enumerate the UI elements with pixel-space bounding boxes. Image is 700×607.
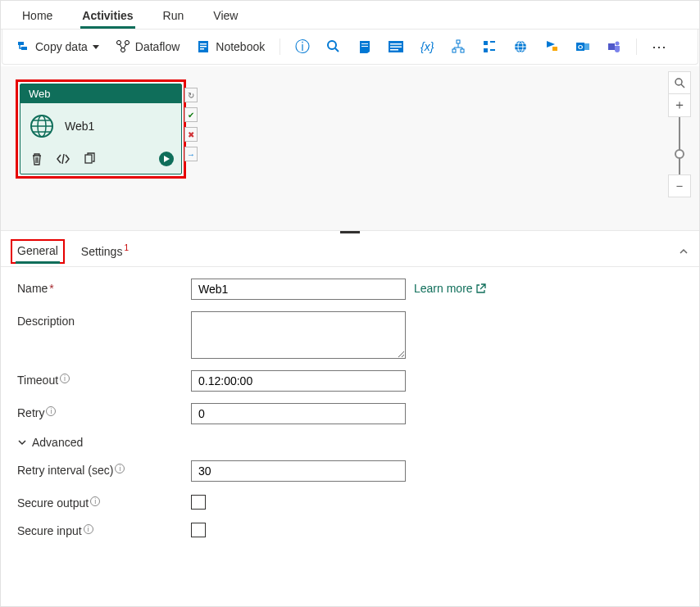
variable-icon-button[interactable]: {x} xyxy=(415,36,439,57)
svg-rect-26 xyxy=(584,43,589,50)
activity-output-handles: ↻ ✔ ✖ → xyxy=(184,88,198,161)
zoom-out-button[interactable]: － xyxy=(668,174,691,197)
info-icon-button[interactable]: ⓘ xyxy=(290,36,315,57)
handle-skip-icon[interactable]: → xyxy=(184,147,198,161)
tree-icon-button[interactable] xyxy=(446,36,470,57)
outlook-icon: O xyxy=(575,39,590,54)
info-icon[interactable]: i xyxy=(46,406,56,416)
svg-rect-9 xyxy=(361,46,368,47)
toolbar-separator xyxy=(636,39,637,55)
notebook-label: Notebook xyxy=(216,40,265,53)
panel-tab-general[interactable]: General xyxy=(11,239,65,264)
svg-rect-18 xyxy=(484,48,488,52)
activity-name-label: Web1 xyxy=(65,120,94,133)
teams-icon-button[interactable] xyxy=(602,36,626,57)
properties-panel-tabs: General Settings1 xyxy=(1,233,699,267)
panel-tab-settings[interactable]: Settings1 xyxy=(76,238,134,265)
toolbar: Copy data Dataflow Notebook ⓘ {x} O ⋯ xyxy=(2,29,698,65)
chevron-down-icon xyxy=(17,437,27,447)
tab-activities[interactable]: Activities xyxy=(67,1,148,29)
info-icon[interactable]: i xyxy=(84,524,93,534)
search-icon-button[interactable] xyxy=(321,36,346,57)
highlight-box: Web Web1 xyxy=(16,79,186,179)
secure-output-label: Secure outputi xyxy=(17,493,191,510)
variable-icon: {x} xyxy=(420,39,434,54)
handle-fail-icon[interactable]: ✖ xyxy=(184,127,198,142)
code-icon[interactable] xyxy=(55,151,71,167)
timeout-input[interactable] xyxy=(191,370,406,392)
top-tab-bar: Home Activities Run View xyxy=(1,1,699,29)
settings-tab-label: Settings xyxy=(81,245,123,258)
pipeline-canvas[interactable]: Web Web1 xyxy=(1,66,699,230)
run-arrow-icon[interactable] xyxy=(158,151,175,167)
handle-success-icon[interactable]: ✔ xyxy=(184,107,198,122)
zoom-slider[interactable] xyxy=(679,117,680,174)
svg-rect-14 xyxy=(457,40,460,43)
name-label: Name* xyxy=(17,279,191,295)
globe-icon-button[interactable] xyxy=(508,36,533,57)
toolbar-separator xyxy=(280,39,280,55)
script-icon xyxy=(357,39,372,54)
external-link-icon xyxy=(476,283,486,293)
zoom-thumb[interactable] xyxy=(675,149,684,159)
svg-point-1 xyxy=(125,41,129,45)
more-button[interactable]: ⋯ xyxy=(647,34,673,59)
dataflow-label: Dataflow xyxy=(135,40,180,53)
task-icon-button[interactable] xyxy=(477,36,502,57)
svg-point-33 xyxy=(675,79,682,85)
info-icon: ⓘ xyxy=(295,39,310,54)
info-icon[interactable]: i xyxy=(60,374,70,383)
flag-icon xyxy=(544,39,559,54)
info-icon[interactable]: i xyxy=(115,464,125,473)
tab-view[interactable]: View xyxy=(198,1,252,29)
secure-input-label: Secure inputi xyxy=(17,521,191,537)
delete-icon[interactable] xyxy=(29,151,45,167)
copy-icon[interactable] xyxy=(81,151,98,167)
settings-badge: 1 xyxy=(124,243,129,252)
zoom-controls: ＋ － xyxy=(668,71,691,197)
copy-data-button[interactable]: Copy data xyxy=(11,36,104,57)
list-icon-button[interactable] xyxy=(384,36,408,57)
notebook-button[interactable]: Notebook xyxy=(191,36,270,57)
zoom-fit-button[interactable] xyxy=(668,71,691,94)
handle-loop-icon[interactable]: ↻ xyxy=(184,88,198,102)
svg-text:O: O xyxy=(578,43,583,51)
panel-collapse-button[interactable] xyxy=(678,246,689,257)
learn-more-link[interactable]: Learn more xyxy=(414,279,486,295)
svg-rect-6 xyxy=(200,48,204,50)
svg-rect-13 xyxy=(390,49,398,51)
task-icon xyxy=(482,39,497,54)
outlook-icon-button[interactable]: O xyxy=(570,36,595,57)
description-input[interactable] xyxy=(191,311,406,359)
secure-input-checkbox[interactable] xyxy=(191,523,206,537)
svg-rect-11 xyxy=(390,43,402,45)
retry-label: Retryi xyxy=(17,403,191,419)
name-input[interactable] xyxy=(191,279,406,300)
svg-point-0 xyxy=(116,41,120,45)
info-icon[interactable]: i xyxy=(90,496,100,506)
retry-interval-label: Retry interval (sec)i xyxy=(17,460,191,477)
svg-rect-23 xyxy=(552,47,557,51)
secure-output-checkbox[interactable] xyxy=(191,495,206,510)
svg-rect-4 xyxy=(200,43,207,45)
copy-data-label: Copy data xyxy=(35,40,88,53)
zoom-in-button[interactable]: ＋ xyxy=(668,94,691,117)
tree-icon xyxy=(451,39,466,54)
advanced-toggle[interactable]: Advanced xyxy=(17,436,683,449)
list-icon xyxy=(389,39,403,54)
svg-point-2 xyxy=(120,48,125,52)
svg-rect-8 xyxy=(361,43,368,44)
description-label: Description xyxy=(17,311,191,328)
activity-web-card[interactable]: Web Web1 xyxy=(20,84,182,174)
dataflow-button[interactable]: Dataflow xyxy=(111,36,184,57)
retry-input[interactable] xyxy=(191,403,406,424)
retry-interval-input[interactable] xyxy=(191,460,406,482)
script-icon-button[interactable] xyxy=(352,36,377,57)
tab-home[interactable]: Home xyxy=(7,1,67,29)
svg-rect-20 xyxy=(490,49,495,51)
tab-run[interactable]: Run xyxy=(148,1,199,29)
flag-icon-button[interactable] xyxy=(539,36,564,57)
more-icon: ⋯ xyxy=(652,38,668,56)
svg-rect-16 xyxy=(461,49,464,52)
svg-rect-19 xyxy=(490,41,495,43)
